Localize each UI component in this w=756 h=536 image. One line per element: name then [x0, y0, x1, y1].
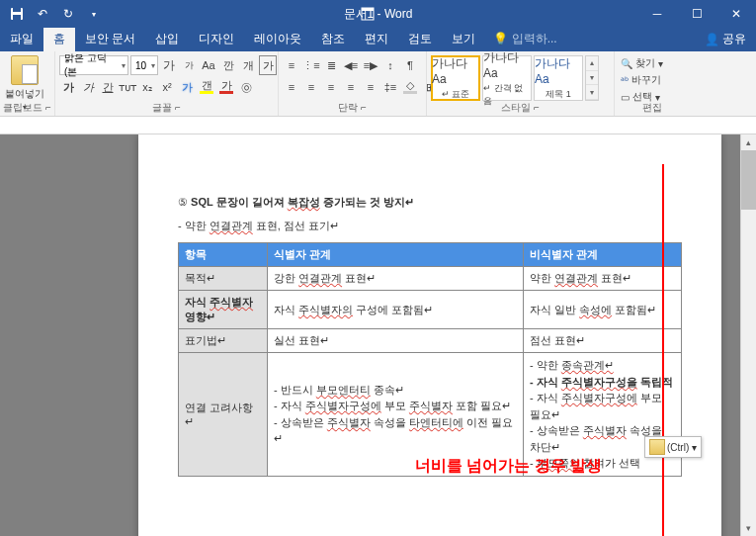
tab-mailings[interactable]: 편지	[355, 27, 398, 51]
document-area[interactable]: 너비를 넘어가는 경우 발생 (Ctrl) ▾ ⑤ SQL 문장이 길어져 복잡…	[0, 134, 740, 536]
tab-layout[interactable]: 레이아웃	[244, 27, 311, 51]
group-editing: 🔍찾기 ▾ ᵃᵇ바꾸기 ▭선택 ▾ 편집	[615, 51, 690, 116]
annotation-line	[662, 164, 664, 536]
style-heading1[interactable]: 가나다Aa제목 1	[534, 55, 583, 101]
find-icon: 🔍	[621, 58, 632, 69]
cell[interactable]: 연결 고려사항↵	[179, 353, 268, 477]
scroll-up-icon[interactable]: ▴	[741, 134, 756, 150]
shading-button[interactable]: ◇	[401, 77, 419, 97]
paste-options-button[interactable]: (Ctrl) ▾	[644, 436, 702, 458]
enclose-char-button[interactable]: ㉧	[237, 77, 255, 97]
th-3: 비식별자 관계	[524, 243, 682, 267]
th-2: 식별자 관계	[268, 243, 524, 267]
tab-file[interactable]: 파일	[0, 27, 43, 51]
svg-rect-2	[13, 15, 21, 20]
group-label-styles: 스타일 ⌐	[427, 101, 614, 115]
tab-home[interactable]: 홈	[43, 27, 75, 51]
tab-references[interactable]: 참조	[311, 27, 355, 51]
cell[interactable]: 자식 일반 속성에 포함됨↵	[524, 291, 682, 329]
scroll-down-icon[interactable]: ▾	[741, 520, 756, 536]
style-normal[interactable]: 가나다Aa↵ 표준	[431, 55, 480, 101]
tab-design[interactable]: 디자인	[189, 27, 244, 51]
font-size-combo[interactable]: 10	[130, 55, 158, 75]
styles-scroll[interactable]: ▴▾▾	[585, 55, 599, 101]
ruby-button[interactable]: 개	[239, 55, 257, 75]
distribute-button[interactable]: ≡	[362, 77, 379, 97]
vertical-scrollbar[interactable]: ▴ ▾	[740, 134, 756, 536]
highlight-button[interactable]: 갠	[198, 77, 215, 97]
table-row: 표기법↵ 실선 표현↵ 점선 표현↵	[179, 329, 682, 353]
close-button[interactable]: ✕	[716, 0, 756, 28]
cell[interactable]: 약한 연결관계 표현↵	[524, 267, 682, 291]
cell[interactable]: 자식 주식별자의 구성에 포함됨↵	[268, 291, 524, 329]
group-paragraph: ≡ ⋮≡ ≣ ◀≡ ≡▶ ↕ ¶ ≡ ≡ ≡ ≡ ≡ ‡≡ ◇ ⊞	[279, 51, 427, 116]
tell-me-input[interactable]: 💡 입력하...	[485, 27, 564, 51]
group-label-paragraph: 단락 ⌐	[279, 101, 426, 115]
window-title: 문서1 - Word	[344, 6, 413, 23]
cell[interactable]: 목적↵	[179, 267, 268, 291]
tab-review[interactable]: 검토	[398, 27, 442, 51]
font-name-combo[interactable]: 맑은 고딕(본	[59, 55, 128, 75]
align-left-button[interactable]: ≡	[283, 77, 300, 97]
ribbon-tabs: 파일 홈 보안 문서 삽입 디자인 레이아웃 참조 편지 검토 보기 💡 입력하…	[0, 28, 756, 51]
cell[interactable]: 점선 표현↵	[524, 329, 682, 353]
annotation-caption: 너비를 넘어가는 경우 발생	[415, 456, 602, 477]
superscript-button[interactable]: x²	[158, 77, 176, 97]
subscript-button[interactable]: x₂	[138, 77, 156, 97]
change-case-button[interactable]: Aa	[200, 55, 217, 75]
group-font: 맑은 고딕(본 10 가 가 Aa 깐 개 가 가 가 간 ᴛᴜᴛ x₂ x² …	[55, 51, 279, 116]
group-label-font: 글꼴 ⌐	[55, 101, 278, 115]
shrink-font-button[interactable]: 가	[180, 55, 198, 75]
group-label-editing: 편집	[615, 101, 690, 115]
sort-button[interactable]: ↕	[381, 55, 399, 75]
doc-line-2[interactable]: - 약한 연결관계 표현, 점선 표기↵	[178, 218, 682, 235]
content-table[interactable]: 항목 식별자 관계 비식별자 관계 목적↵ 강한 연결관계 표현↵ 약한 연결관…	[178, 242, 682, 477]
text-effects-button[interactable]: 가	[178, 77, 196, 97]
cell[interactable]: 실선 표현↵	[268, 329, 524, 353]
find-button[interactable]: 🔍찾기 ▾	[619, 55, 675, 71]
style-no-spacing[interactable]: 가나다Aa↵ 간격 없음	[482, 55, 532, 101]
redo-icon[interactable]: ↻	[57, 3, 79, 25]
save-icon[interactable]	[6, 3, 28, 25]
replace-button[interactable]: ᵃᵇ바꾸기	[619, 72, 675, 88]
enclose-button[interactable]: 가	[259, 55, 277, 75]
bullets-button[interactable]: ≡	[283, 55, 300, 75]
align-right-button[interactable]: ≡	[322, 77, 340, 97]
show-marks-button[interactable]: ¶	[401, 55, 419, 75]
qat-more-icon[interactable]: ▾	[83, 3, 105, 25]
cell[interactable]: 표기법↵	[179, 329, 268, 353]
multilevel-button[interactable]: ≣	[322, 55, 340, 75]
maximize-button[interactable]: ☐	[677, 0, 716, 28]
paste-options-icon	[649, 439, 665, 455]
grow-font-button[interactable]: 가	[160, 55, 178, 75]
numbering-button[interactable]: ⋮≡	[302, 55, 320, 75]
group-label-clipboard: 클립보드 ⌐	[0, 101, 54, 115]
font-color-button[interactable]: 가	[217, 77, 235, 97]
th-1: 항목	[179, 243, 268, 267]
minimize-button[interactable]: ─	[637, 0, 677, 28]
tab-view[interactable]: 보기	[442, 27, 485, 51]
cell[interactable]: 자식 주식별자 영향↵	[179, 291, 268, 329]
cell[interactable]: 강한 연결관계 표현↵	[268, 267, 524, 291]
scroll-thumb[interactable]	[741, 150, 756, 210]
replace-icon: ᵃᵇ	[621, 75, 629, 86]
line-spacing-button[interactable]: ‡≡	[381, 77, 399, 97]
underline-button[interactable]: 간	[99, 77, 117, 97]
doc-line-1[interactable]: ⑤ SQL 문장이 길어져 복잡성 증가되는 것 방지↵	[178, 194, 682, 212]
increase-indent-button[interactable]: ≡▶	[362, 55, 379, 75]
decrease-indent-button[interactable]: ◀≡	[342, 55, 360, 75]
strike-button[interactable]: ᴛᴜᴛ	[119, 77, 136, 97]
tab-security[interactable]: 보안 문서	[75, 27, 145, 51]
svg-rect-1	[13, 8, 21, 12]
share-button[interactable]: 👤공유	[695, 27, 756, 51]
hangul-button[interactable]: 깐	[219, 55, 237, 75]
undo-icon[interactable]: ↶	[32, 3, 53, 25]
justify-button[interactable]: ≡	[342, 77, 360, 97]
share-icon: 👤	[705, 33, 719, 46]
page: 너비를 넘어가는 경우 발생 (Ctrl) ▾ ⑤ SQL 문장이 길어져 복잡…	[138, 134, 721, 536]
italic-button[interactable]: 가	[79, 77, 97, 97]
align-center-button[interactable]: ≡	[302, 77, 320, 97]
tab-insert[interactable]: 삽입	[145, 27, 189, 51]
table-row: 자식 주식별자 영향↵ 자식 주식별자의 구성에 포함됨↵ 자식 일반 속성에 …	[179, 291, 682, 329]
bold-button[interactable]: 가	[59, 77, 77, 97]
